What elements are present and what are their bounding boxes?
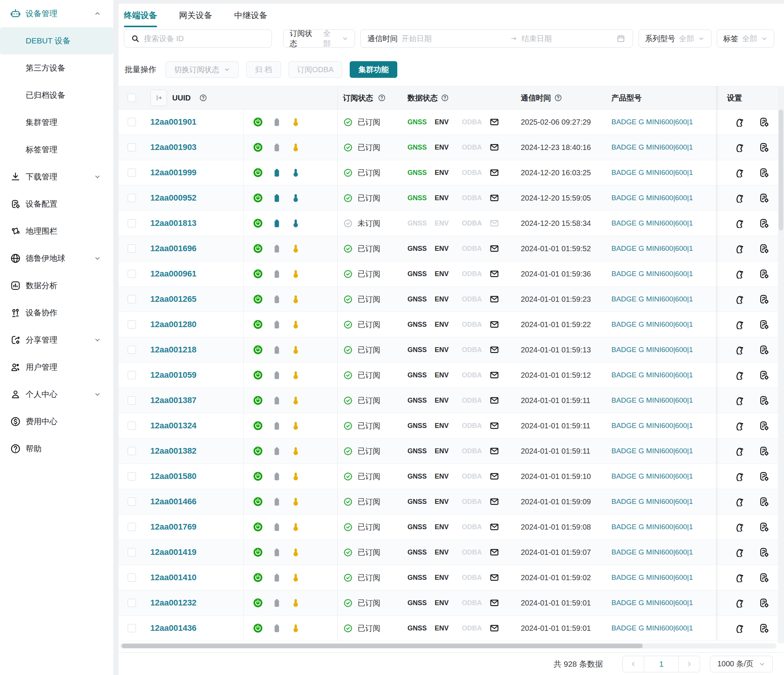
device-uuid-link[interactable]: 12aa001387 (150, 395, 196, 405)
bird-icon[interactable] (733, 571, 745, 583)
sidebar-item-2[interactable]: 第三方设备 (0, 54, 113, 82)
product-model-link[interactable]: BADGE G MINI600|600|1 (611, 472, 693, 481)
device-config-icon[interactable] (758, 496, 770, 508)
tab-1[interactable]: 网关设备 (179, 4, 212, 27)
device-uuid-link[interactable]: 12aa001382 (150, 446, 196, 456)
bird-icon[interactable] (733, 470, 745, 482)
sidebar-item-12[interactable]: 分享管理 (0, 327, 113, 353)
device-uuid-link[interactable]: 12aa000961 (150, 269, 196, 279)
sidebar-item-7[interactable]: 设备配置 (0, 190, 113, 218)
device-uuid-link[interactable]: 12aa001580 (150, 471, 196, 481)
device-uuid-link[interactable]: 12aa001696 (150, 244, 196, 254)
device-uuid-link[interactable]: 12aa001265 (150, 294, 196, 304)
product-model-link[interactable]: BADGE G MINI600|600|1 (611, 320, 693, 329)
device-uuid-link[interactable]: 12aa001436 (150, 623, 196, 633)
bird-icon[interactable] (733, 116, 745, 128)
sidebar-item-11[interactable]: 设备协作 (0, 299, 113, 327)
device-config-icon[interactable] (758, 319, 770, 331)
horizontal-scrollbar[interactable] (120, 643, 776, 649)
product-model-link[interactable]: BADGE G MINI600|600|1 (611, 244, 693, 253)
device-uuid-link[interactable]: 12aa001059 (150, 370, 196, 380)
uuid-help-icon[interactable] (199, 94, 207, 102)
vertical-scrollbar-thumb[interactable] (779, 110, 783, 230)
tag-filter[interactable]: 标签 全部 (717, 30, 774, 48)
device-config-icon[interactable] (758, 597, 770, 609)
device-config-icon[interactable] (758, 521, 770, 533)
device-uuid-link[interactable]: 12aa001218 (150, 345, 196, 355)
bird-icon[interactable] (733, 597, 745, 609)
row-checkbox[interactable] (128, 421, 136, 430)
sidebar-item-1[interactable]: DEBUT 设备 (0, 27, 113, 54)
bird-icon[interactable] (733, 268, 745, 280)
row-checkbox[interactable] (128, 523, 136, 531)
device-config-icon[interactable] (758, 622, 770, 634)
device-uuid-link[interactable]: 12aa001324 (150, 421, 196, 431)
comm-time-filter[interactable]: 通信时间 开始日期 结束日期 (360, 30, 633, 48)
bird-icon[interactable] (733, 369, 745, 381)
device-config-icon[interactable] (758, 546, 770, 558)
bird-icon[interactable] (733, 192, 745, 204)
sidebar-item-5[interactable]: 标签管理 (0, 136, 113, 163)
device-config-icon[interactable] (758, 420, 770, 432)
tab-0[interactable]: 终端设备 (124, 4, 157, 27)
series-model-filter[interactable]: 系列型号 全部 (639, 30, 711, 48)
row-checkbox[interactable] (128, 548, 136, 557)
row-checkbox[interactable] (128, 599, 136, 607)
product-model-link[interactable]: BADGE G MINI600|600|1 (611, 295, 693, 303)
device-config-icon[interactable] (758, 344, 770, 356)
device-config-icon[interactable] (758, 243, 770, 255)
device-uuid-link[interactable]: 12aa000952 (150, 193, 196, 203)
product-model-link[interactable]: BADGE G MINI600|600|1 (611, 371, 693, 379)
subscription-help-icon[interactable] (378, 94, 386, 102)
end-date-input[interactable]: 结束日期 (521, 34, 616, 44)
product-model-link[interactable]: BADGE G MINI600|600|1 (611, 118, 693, 126)
sidebar-item-3[interactable]: 已归档设备 (0, 82, 113, 109)
device-config-icon[interactable] (758, 268, 770, 280)
product-model-link[interactable]: BADGE G MINI600|600|1 (611, 396, 693, 404)
current-page-button[interactable]: 1 (644, 656, 679, 672)
product-model-link[interactable]: BADGE G MINI600|600|1 (611, 270, 693, 278)
bird-icon[interactable] (733, 217, 745, 229)
sidebar-item-4[interactable]: 集群管理 (0, 109, 113, 136)
row-checkbox[interactable] (128, 396, 136, 404)
bird-icon[interactable] (733, 445, 745, 457)
product-model-link[interactable]: BADGE G MINI600|600|1 (611, 523, 693, 531)
bird-icon[interactable] (733, 496, 745, 508)
product-model-link[interactable]: BADGE G MINI600|600|1 (611, 498, 693, 506)
device-config-icon[interactable] (758, 470, 770, 482)
bird-icon[interactable] (733, 141, 745, 153)
next-page-button[interactable] (678, 656, 700, 672)
toggle-subscription-button[interactable]: 切换订阅状态 (165, 61, 239, 78)
bird-icon[interactable] (733, 394, 745, 406)
device-uuid-link[interactable]: 12aa001901 (150, 117, 196, 127)
sidebar-item-15[interactable]: 费用中心 (0, 408, 113, 435)
comm-time-help-icon[interactable] (554, 94, 562, 102)
device-config-icon[interactable] (758, 166, 770, 179)
cluster-function-button[interactable]: 集群功能 (350, 61, 397, 78)
bird-icon[interactable] (733, 546, 745, 558)
row-checkbox[interactable] (128, 244, 136, 253)
search-input[interactable]: 搜索设备 ID (124, 30, 272, 48)
subscription-filter[interactable]: 订阅状态 全部 (283, 30, 355, 48)
row-checkbox[interactable] (128, 143, 136, 151)
sidebar-item-14[interactable]: 个人中心 (0, 381, 113, 408)
bird-icon[interactable] (733, 622, 745, 634)
device-uuid-link[interactable]: 12aa001280 (150, 320, 196, 330)
sidebar-item-6[interactable]: 下载管理 (0, 163, 113, 190)
row-checkbox[interactable] (128, 168, 136, 177)
device-uuid-link[interactable]: 12aa001466 (150, 497, 196, 507)
bird-icon[interactable] (733, 319, 745, 331)
sidebar-item-9[interactable]: 德鲁伊地球 (0, 245, 113, 272)
device-uuid-link[interactable]: 12aa001769 (150, 522, 196, 532)
device-uuid-link[interactable]: 12aa001813 (150, 218, 196, 228)
device-config-icon[interactable] (758, 192, 770, 204)
prev-page-button[interactable] (622, 656, 644, 672)
device-uuid-link[interactable]: 12aa001903 (150, 142, 196, 152)
device-config-icon[interactable] (758, 445, 770, 457)
device-config-icon[interactable] (758, 293, 770, 305)
row-checkbox[interactable] (128, 345, 136, 354)
bird-icon[interactable] (733, 344, 745, 356)
product-model-link[interactable]: BADGE G MINI600|600|1 (611, 447, 693, 455)
horizontal-scrollbar-thumb[interactable] (121, 644, 643, 648)
product-model-link[interactable]: BADGE G MINI600|600|1 (611, 421, 693, 430)
